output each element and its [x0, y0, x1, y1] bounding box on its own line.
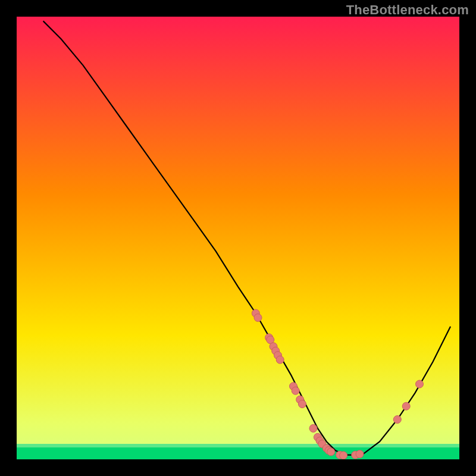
data-marker [292, 387, 299, 394]
data-marker [402, 402, 410, 410]
plot-area [17, 17, 459, 459]
data-marker [254, 314, 262, 321]
data-marker [298, 400, 306, 408]
gradient-background [17, 17, 459, 459]
data-marker [276, 356, 284, 364]
bottom-green-fade [17, 444, 459, 447]
bottom-green-band [17, 447, 459, 459]
data-marker [393, 416, 401, 424]
data-marker [309, 424, 317, 432]
data-marker [416, 380, 424, 388]
watermark-text: TheBottleneck.com [346, 2, 469, 18]
chart-svg [17, 17, 459, 459]
data-marker [327, 448, 335, 456]
data-marker [356, 450, 364, 458]
data-marker [340, 452, 347, 459]
chart-frame: TheBottleneck.com [0, 0, 476, 476]
